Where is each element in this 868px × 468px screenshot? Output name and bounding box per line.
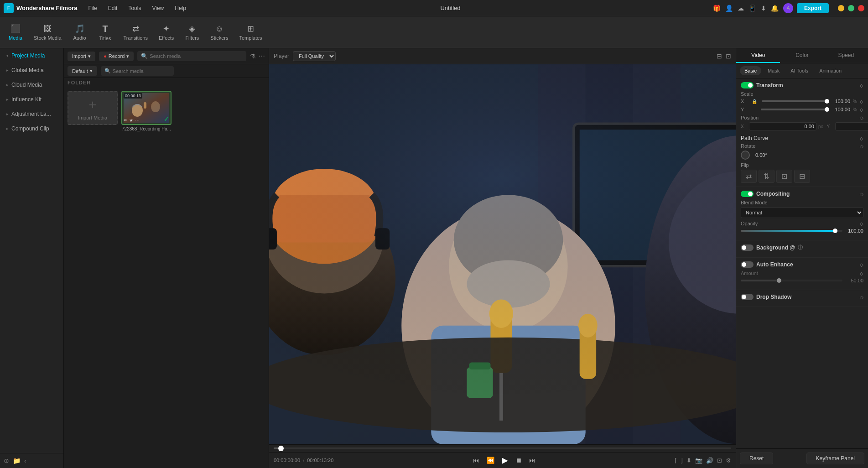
toolbar-titles[interactable]: T Titles — [94, 21, 117, 44]
flip-horizontal-button[interactable]: ⇄ — [741, 170, 757, 183]
position-y-input[interactable] — [835, 122, 868, 130]
menu-view[interactable]: View — [150, 3, 166, 13]
settings-icon[interactable]: ⚙ — [726, 457, 731, 464]
amount-keyframe[interactable]: ◇ — [860, 271, 863, 276]
rotate-keyframe[interactable]: ◇ — [860, 144, 863, 149]
sub-tab-mask[interactable]: Mask — [763, 66, 784, 75]
opacity-keyframe[interactable]: ◇ — [860, 221, 863, 226]
auto-enhance-toggle[interactable] — [741, 261, 754, 268]
position-x-input[interactable] — [749, 122, 816, 130]
aspect-button[interactable]: ⊟ — [794, 170, 810, 183]
fullscreen-icon[interactable]: ⊡ — [726, 52, 731, 60]
cloud-icon[interactable]: ☁ — [738, 5, 744, 12]
snapshot-icon[interactable]: 📷 — [695, 457, 702, 464]
crop-button[interactable]: ⊡ — [776, 170, 792, 183]
transform-toggle[interactable] — [741, 82, 754, 88]
skip-forward-button[interactable]: ⏭ — [527, 456, 537, 465]
skip-back-button[interactable]: ⏮ — [471, 456, 481, 465]
scale-x-keyframe[interactable]: ◇ — [860, 99, 863, 104]
drop-shadow-toggle[interactable] — [741, 294, 754, 300]
devices-icon[interactable]: 📱 — [748, 5, 756, 12]
menu-tools[interactable]: Tools — [126, 3, 143, 13]
toolbar-effects[interactable]: ✦ Effects — [154, 21, 178, 43]
playback-thumb[interactable] — [278, 446, 284, 451]
opacity-slider[interactable] — [741, 230, 842, 232]
add-folder-icon[interactable]: ⊕ — [4, 457, 9, 464]
flip-vertical-button[interactable]: ⇅ — [759, 170, 774, 183]
split-view-icon[interactable]: ⊟ — [717, 52, 722, 60]
media-clip-item[interactable]: 00:00:13 — [121, 91, 172, 131]
more-options-icon[interactable]: ⋯ — [259, 52, 265, 60]
sidebar-item-cloud-media[interactable]: ▸ Cloud Media — [2, 78, 62, 92]
media-view-search-input[interactable] — [113, 68, 176, 74]
toolbar-media[interactable]: ⬛ Media — [4, 21, 27, 43]
compositing-toggle[interactable] — [741, 191, 754, 197]
clip-to-timeline-icon[interactable]: ⬇ — [686, 457, 691, 464]
quality-select[interactable]: Full Quality 1/2 1/4 — [293, 51, 336, 61]
sub-tab-animation[interactable]: Animation — [815, 66, 846, 75]
toolbar-templates[interactable]: ⊞ Templates — [234, 21, 266, 43]
scale-y-keyframe[interactable]: ◇ — [860, 107, 863, 112]
sub-tab-basic[interactable]: Basic — [740, 66, 761, 75]
close-button[interactable] — [858, 5, 864, 11]
amount-slider[interactable] — [741, 280, 842, 281]
mark-in-icon[interactable]: ⌈ — [675, 457, 677, 464]
sidebar-item-compound-clip[interactable]: ▸ Compound Clip — [2, 122, 62, 135]
position-keyframe[interactable]: ◇ — [860, 115, 863, 120]
scale-x-slider[interactable] — [762, 100, 829, 102]
sidebar-item-global-media[interactable]: ▸ Global Media — [2, 63, 62, 77]
volume-icon[interactable]: 🔊 — [706, 457, 713, 464]
compositing-keyframe[interactable]: ◇ — [860, 192, 863, 197]
toolbar-transitions[interactable]: ⇄ Transitions — [119, 21, 152, 43]
collapse-panel-icon[interactable]: ‹ — [24, 457, 26, 464]
toolbar-audio[interactable]: 🎵 Audio — [68, 21, 92, 43]
tab-color[interactable]: Color — [780, 48, 824, 63]
scale-y-row: Y 100.00 % ◇ — [741, 107, 863, 112]
import-thumb[interactable]: ＋ Import Media — [68, 91, 118, 125]
transform-keyframe-icon[interactable]: ◇ — [860, 83, 863, 88]
sidebar-item-project-media[interactable]: ▾ Project Media — [2, 49, 62, 62]
auto-enhance-keyframe[interactable]: ◇ — [860, 262, 863, 267]
playback-progress[interactable] — [274, 447, 731, 449]
notification-icon[interactable]: 🔔 — [771, 5, 779, 12]
sidebar-item-influence-kit[interactable]: ▸ Influence Kit — [2, 93, 62, 106]
path-curve-keyframe[interactable]: ◇ — [860, 136, 863, 141]
download-icon[interactable]: ⬇ — [761, 5, 766, 12]
toolbar-audio-label: Audio — [73, 35, 86, 41]
play-button[interactable]: ▶ — [500, 454, 510, 466]
reset-button[interactable]: Reset — [740, 452, 773, 464]
drop-shadow-keyframe[interactable]: ◇ — [860, 295, 863, 300]
background-info-icon[interactable]: ⓘ — [798, 244, 803, 251]
filter-icon[interactable]: ⚗ — [250, 52, 256, 60]
blend-mode-select[interactable]: Normal Multiply Screen Overlay — [741, 207, 863, 218]
sub-tab-ai-tools[interactable]: AI Tools — [786, 66, 813, 75]
tab-speed[interactable]: Speed — [824, 48, 868, 63]
import-media-placeholder[interactable]: ＋ Import Media — [68, 91, 118, 131]
sidebar-item-adjustment[interactable]: ▸ Adjustment La... — [2, 107, 62, 121]
toolbar-stickers[interactable]: ☺ Stickers — [206, 21, 233, 43]
maximize-button[interactable] — [848, 5, 854, 11]
stop-button[interactable]: ⏹ — [514, 456, 524, 465]
search-input[interactable] — [150, 53, 243, 59]
toolbar-filters[interactable]: ◈ Filters — [180, 21, 204, 43]
account-icon[interactable]: 👤 — [725, 5, 733, 12]
minimize-button[interactable] — [838, 5, 844, 11]
upgrade-icon[interactable]: 🎁 — [713, 5, 721, 12]
menu-help[interactable]: Help — [173, 3, 188, 13]
step-back-button[interactable]: ⏪ — [485, 456, 496, 465]
scale-y-slider[interactable] — [761, 109, 829, 110]
default-sort-button[interactable]: Default ▾ — [68, 66, 97, 76]
import-button[interactable]: Import ▾ — [68, 52, 95, 61]
export-button[interactable]: Export — [797, 3, 829, 13]
menu-edit[interactable]: Edit — [106, 3, 120, 13]
rotate-circle[interactable] — [741, 151, 750, 160]
menu-file[interactable]: File — [86, 3, 99, 13]
folder-icon[interactable]: 📁 — [13, 457, 21, 464]
record-button[interactable]: ● Record ▾ — [99, 52, 134, 61]
toolbar-stock-media[interactable]: 🖼 Stock Media — [29, 21, 66, 43]
mark-out-icon[interactable]: ⌋ — [681, 457, 683, 464]
keyframe-panel-button[interactable]: Keyframe Panel — [806, 452, 864, 464]
tab-video[interactable]: Video — [736, 48, 780, 63]
pip-icon[interactable]: ⊡ — [717, 457, 722, 464]
background-toggle[interactable] — [741, 244, 754, 251]
